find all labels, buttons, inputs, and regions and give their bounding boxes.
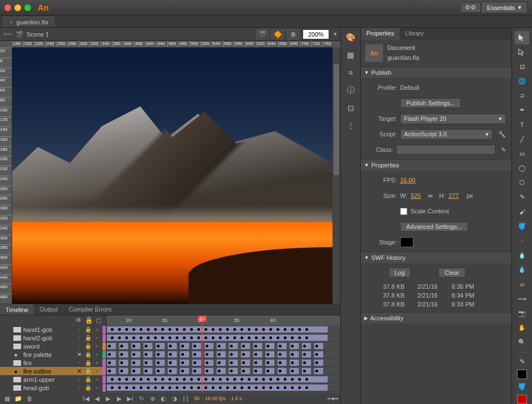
layer-color[interactable] xyxy=(103,326,106,334)
ruler-vertical[interactable]: 2002040608010012014016018020022024026028… xyxy=(0,48,12,304)
next-frame-icon[interactable]: ▶ xyxy=(114,394,124,403)
link-icon[interactable]: ⇔ xyxy=(428,192,433,200)
track-row[interactable] xyxy=(106,367,340,375)
file-tab[interactable]: × guardian.fla xyxy=(3,17,54,27)
track-row[interactable] xyxy=(106,383,340,392)
oval-tool[interactable]: ◯ xyxy=(515,162,529,175)
stage-center-icon[interactable]: ⊕ xyxy=(287,29,299,39)
layer-color[interactable] xyxy=(103,351,106,359)
new-folder-icon[interactable]: 📁 xyxy=(13,394,23,403)
lock-icon[interactable]: 🔒 xyxy=(85,385,91,391)
advanced-settings-button[interactable]: Advanced Settings... xyxy=(400,222,468,232)
layer-color[interactable] xyxy=(103,384,106,392)
eraser-tool[interactable]: ▱ xyxy=(515,278,529,291)
section-swf-history[interactable]: ▼SWF History xyxy=(361,252,511,263)
layer-row[interactable]: sword · 🔒 ▫ xyxy=(0,342,106,350)
track-row[interactable] xyxy=(106,325,340,334)
layer-row[interactable]: fire · 🔒 ▫ xyxy=(0,359,106,367)
close-tab-icon[interactable]: × xyxy=(9,19,13,25)
sync-settings-button[interactable]: ⚙⚙ xyxy=(460,2,481,13)
wrench-icon[interactable]: 🔧 xyxy=(498,131,506,138)
new-layer-icon[interactable]: ▦ xyxy=(2,394,12,403)
hand-tool[interactable]: ✋ xyxy=(515,321,529,334)
outline-toggle[interactable]: ▫ xyxy=(94,343,100,349)
pen-tool[interactable]: ✒ xyxy=(515,104,529,117)
lock-icon[interactable]: 🔒 xyxy=(85,368,91,374)
rectangle-tool[interactable]: ▭ xyxy=(515,147,529,160)
outline-toggle[interactable]: ▫ xyxy=(94,335,100,341)
maximize-window-icon[interactable] xyxy=(24,4,31,11)
scene-label[interactable]: Scene 1 xyxy=(27,31,49,38)
lock-column-icon[interactable]: 🔒 xyxy=(85,316,93,324)
timeline-tracks[interactable]: 30 2025303540 xyxy=(106,315,340,393)
3d-rotation-tool[interactable]: 🌐 xyxy=(515,75,529,88)
stage-canvas[interactable]: 1802002202402602803003203403603804004204… xyxy=(0,41,340,304)
transform-panel-icon[interactable]: ⊡ xyxy=(345,102,357,114)
track-row[interactable] xyxy=(106,359,340,367)
section-accessibility[interactable]: ▶Accessibility xyxy=(361,313,511,324)
layer-row[interactable]: ✦ fire palette ✕ 🔒 ▫ xyxy=(0,350,106,359)
layer-row[interactable]: arm1-upper · 🔒 ▫ xyxy=(0,375,106,383)
publish-settings-button[interactable]: Publish Settings... xyxy=(400,98,461,108)
fill-swatch[interactable] xyxy=(517,395,527,404)
layer-color[interactable] xyxy=(103,334,106,342)
tab-compiler-errors[interactable]: Compiler Errors xyxy=(63,304,117,315)
camera-tool[interactable]: 📷 xyxy=(515,306,529,320)
class-input[interactable] xyxy=(396,145,495,155)
section-publish[interactable]: ▼Publish xyxy=(361,67,511,78)
frame-ruler[interactable]: 30 2025303540 xyxy=(106,315,340,325)
back-arrow-icon[interactable]: ⟸ xyxy=(3,30,12,38)
eyedropper-tool[interactable]: 💧 xyxy=(515,263,529,277)
last-frame-icon[interactable]: ▶I xyxy=(125,394,135,403)
subselection-tool[interactable] xyxy=(515,45,529,59)
layer-color[interactable] xyxy=(103,342,106,350)
outline-toggle[interactable]: ▫ xyxy=(94,385,100,391)
lock-icon[interactable]: 🔒 xyxy=(85,343,91,349)
section-properties[interactable]: ▼Properties xyxy=(361,160,511,171)
log-button[interactable]: Log xyxy=(388,268,411,278)
tab-timeline[interactable]: Timeline xyxy=(0,304,34,315)
lock-icon[interactable]: 🔒 xyxy=(85,376,91,382)
ink-bottle-tool[interactable]: 🧴 xyxy=(515,249,529,262)
fps-value[interactable]: 16.00 xyxy=(400,177,416,183)
loop-icon[interactable]: ↻ xyxy=(136,394,146,403)
lasso-tool[interactable]: ⊃ xyxy=(515,89,529,103)
outline-toggle[interactable]: ▫ xyxy=(94,376,100,382)
track-row[interactable] xyxy=(106,342,340,350)
zoom-input[interactable]: 200% xyxy=(303,29,329,39)
frame-rate[interactable]: 16.00 fps xyxy=(205,396,226,401)
zoom-tool[interactable]: 🔍 xyxy=(515,336,529,349)
x-icon[interactable]: ✕ xyxy=(76,368,83,374)
layer-color[interactable] xyxy=(103,376,106,383)
outline-toggle[interactable]: ▫ xyxy=(94,351,100,357)
ruler-horizontal[interactable]: 1802002202402602803003203403603804004204… xyxy=(12,41,332,48)
outline-toggle[interactable]: ▫ xyxy=(94,368,100,374)
target-dropdown[interactable]: Flash Player 20▾ xyxy=(400,114,506,124)
tab-properties[interactable]: Properties xyxy=(361,28,400,40)
visibility-column-icon[interactable]: 👁 xyxy=(75,316,83,324)
width-value[interactable]: 525 xyxy=(411,192,421,199)
align-panel-icon[interactable]: ≡ xyxy=(345,67,357,79)
outline-column-icon[interactable]: ◻ xyxy=(95,316,103,324)
components-panel-icon[interactable]: ⋮ xyxy=(345,120,357,132)
first-frame-icon[interactable]: I◀ xyxy=(81,394,91,403)
polystar-tool[interactable]: ⬡ xyxy=(515,176,529,190)
script-dropdown[interactable]: ActionScript 3.0▾ xyxy=(400,129,493,140)
zoom-chevron-icon[interactable]: ▾ xyxy=(334,30,337,38)
color-panel-icon[interactable]: 🎨 xyxy=(345,31,357,43)
minimize-window-icon[interactable] xyxy=(14,4,21,11)
delete-layer-icon[interactable]: 🗑 xyxy=(24,394,34,403)
tab-output[interactable]: Output xyxy=(34,304,63,315)
play-icon[interactable]: ▶ xyxy=(103,394,113,403)
pencil-icon[interactable]: ✎ xyxy=(501,146,506,154)
outline-toggle[interactable]: ▫ xyxy=(94,360,100,366)
close-window-icon[interactable] xyxy=(4,4,11,11)
width-tool[interactable]: ⟿ xyxy=(515,292,529,305)
lock-icon[interactable]: 🔒 xyxy=(85,351,91,357)
tab-library[interactable]: Library xyxy=(400,28,429,40)
selection-tool[interactable] xyxy=(515,31,529,44)
layer-row[interactable]: ✦ fire outline ✕ 🔒 ▫ xyxy=(0,367,106,375)
brush-tool[interactable]: 🖌 xyxy=(515,205,529,218)
x-icon[interactable]: ✕ xyxy=(76,351,83,357)
swatches-panel-icon[interactable]: ▦ xyxy=(345,49,357,61)
